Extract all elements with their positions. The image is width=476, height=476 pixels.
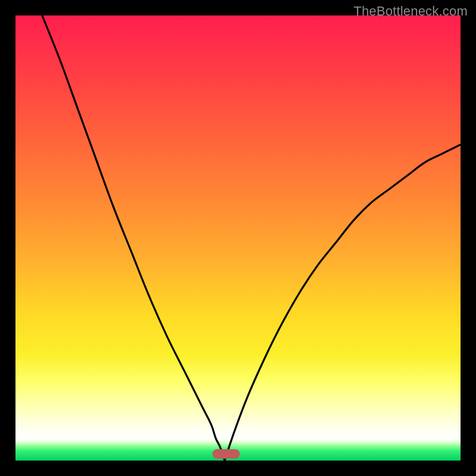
source-watermark: TheBottleneck.com xyxy=(353,4,468,19)
curve-right-branch xyxy=(225,145,461,461)
chart-frame: TheBottleneck.com xyxy=(0,0,476,476)
curve-left-branch xyxy=(42,15,225,461)
plot-area xyxy=(15,15,461,461)
bottleneck-curve xyxy=(15,15,461,461)
optimal-range-marker xyxy=(212,449,240,459)
